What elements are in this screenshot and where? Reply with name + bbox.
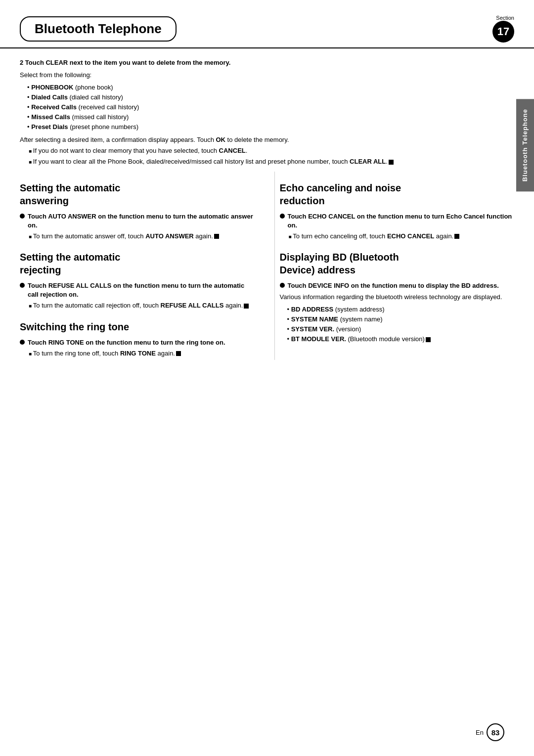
square-icon	[389, 160, 394, 165]
square-icon	[244, 304, 249, 309]
right-column: Echo canceling and noisereduction Touch …	[274, 172, 515, 360]
ring-tone-instruction: Touch RING TONE on the function menu to …	[20, 338, 255, 347]
auto-reject-sub: To turn the automatic call rejection off…	[29, 301, 255, 310]
echo-cancel-title: Echo canceling and noisereduction	[280, 181, 515, 207]
section-number: 17	[492, 21, 514, 43]
circle-bullet-icon	[20, 283, 25, 288]
footer: En 83	[476, 723, 504, 741]
bd-address-text: Touch DEVICE INFO on the function menu t…	[288, 281, 499, 290]
item-desc: (dialed call history)	[70, 93, 123, 101]
square-icon	[214, 234, 219, 239]
auto-rejecting-instruction: Touch REFUSE ALL CALLS on the function m…	[20, 281, 255, 299]
select-intro: Select from the following:	[20, 70, 514, 80]
vertical-section-label: Bluetooth Telephone	[516, 99, 534, 191]
item-desc: (missed call history)	[72, 113, 129, 121]
clearall-note: If you want to clear all the Phone Book,…	[29, 157, 514, 166]
item-desc: (system name)	[340, 315, 383, 323]
auto-rejecting-title: Setting the automaticrejecting	[20, 251, 255, 276]
auto-answer-sub: To turn the automatic answer off, touch …	[29, 232, 255, 241]
item-desc: (phone book)	[75, 84, 113, 91]
ring-tone-sub: To turn the ring tone off, touch RING TO…	[29, 349, 255, 358]
item-label: BD ADDRESS	[291, 306, 333, 313]
item-label: PHONEBOOK	[31, 84, 73, 91]
item-label: SYSTEM NAME	[291, 315, 338, 323]
cancel-note: If you do not want to clear memory that …	[29, 146, 514, 155]
section-badge: Section 17	[492, 15, 514, 43]
item-desc: (Bluetooth module version)	[348, 335, 425, 343]
list-item: Missed Calls (missed call history)	[27, 113, 514, 122]
top-section: 2 Touch CLEAR next to the item you want …	[0, 58, 534, 167]
square-icon	[176, 351, 181, 356]
list-item: Dialed Calls (dialed call history)	[27, 93, 514, 102]
list-item: Received Calls (received call history)	[27, 103, 514, 112]
auto-answering-instruction: Touch AUTO ANSWER on the function menu t…	[20, 212, 255, 230]
auto-answering-title: Setting the automaticanswering	[20, 181, 255, 207]
list-item: PHONEBOOK (phone book)	[27, 83, 514, 92]
section-label: Section	[496, 15, 514, 21]
item-label: Received Calls	[31, 103, 77, 111]
item-label: BT MODULE VER.	[291, 335, 346, 343]
bd-intro-text: Various information regarding the blueto…	[280, 292, 515, 302]
ring-tone-text: Touch RING TONE on the function menu to …	[28, 338, 225, 347]
echo-cancel-sub: To turn echo canceling off, touch ECHO C…	[289, 232, 515, 241]
list-item: SYSTEM NAME (system name)	[287, 315, 515, 324]
main-content: Setting the automaticanswering Touch AUT…	[0, 172, 534, 360]
item-label: Dialed Calls	[31, 93, 68, 101]
step2-heading: 2 Touch CLEAR next to the item you want …	[20, 58, 514, 67]
list-item: SYSTEM VER. (version)	[287, 325, 515, 334]
list-item: BD ADDRESS (system address)	[287, 305, 515, 314]
item-label: Preset Dials	[31, 123, 68, 131]
item-desc: (preset phone numbers)	[70, 123, 138, 131]
square-icon	[426, 337, 431, 342]
auto-answering-text: Touch AUTO ANSWER on the function menu t…	[28, 212, 255, 230]
memory-items-list: PHONEBOOK (phone book) Dialed Calls (dia…	[20, 83, 514, 132]
circle-bullet-icon	[20, 214, 25, 219]
footer-en-label: En	[476, 729, 484, 736]
page-title: Bluetooth Telephone	[20, 16, 177, 42]
echo-cancel-text: Touch ECHO CANCEL on the function menu t…	[288, 212, 515, 230]
after-select-text: After selecting a desired item, a confir…	[20, 135, 514, 145]
item-desc: (version)	[336, 325, 361, 333]
circle-bullet-icon	[280, 283, 285, 288]
footer-page-number: 83	[487, 723, 504, 741]
circle-bullet-icon	[20, 340, 25, 345]
bd-address-instruction: Touch DEVICE INFO on the function menu t…	[280, 281, 515, 290]
item-label: SYSTEM VER.	[291, 325, 334, 333]
bd-address-title: Displaying BD (BluetoothDevice) address	[280, 251, 515, 276]
page: Bluetooth Telephone Section 17 2 Touch C…	[0, 0, 534, 756]
left-column: Setting the automaticanswering Touch AUT…	[20, 172, 260, 360]
header: Bluetooth Telephone Section 17	[0, 0, 534, 48]
item-label: Missed Calls	[31, 113, 70, 121]
list-item: Preset Dials (preset phone numbers)	[27, 123, 514, 132]
item-desc: (system address)	[335, 306, 385, 313]
list-item: BT MODULE VER. (Bluetooth module version…	[287, 335, 515, 344]
item-desc: (received call history)	[79, 103, 139, 111]
auto-rejecting-text: Touch REFUSE ALL CALLS on the function m…	[28, 281, 255, 299]
square-icon	[454, 234, 459, 239]
circle-bullet-icon	[280, 214, 285, 219]
bd-items-list: BD ADDRESS (system address) SYSTEM NAME …	[280, 305, 515, 344]
ring-tone-title: Switching the ring tone	[20, 320, 255, 333]
echo-cancel-instruction: Touch ECHO CANCEL on the function menu t…	[280, 212, 515, 230]
